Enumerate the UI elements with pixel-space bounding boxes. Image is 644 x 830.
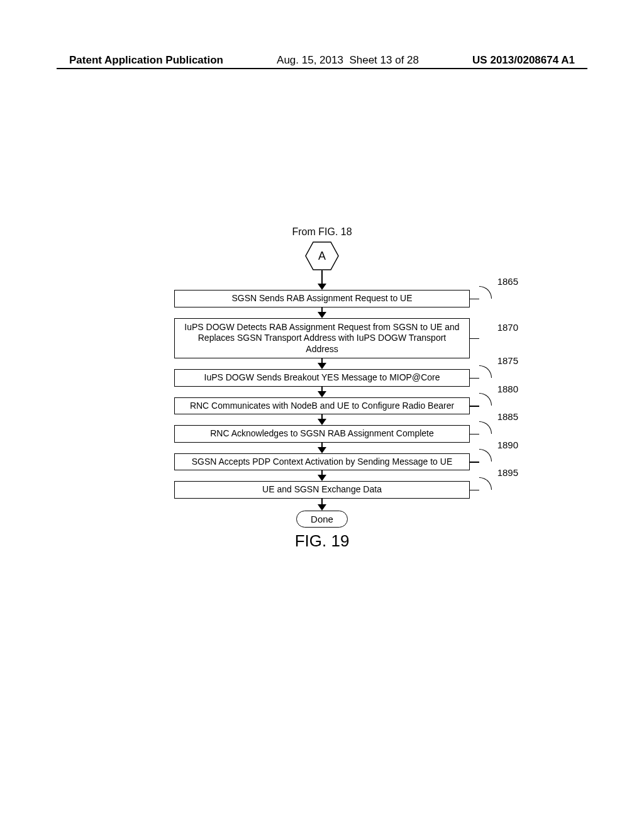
flow-step-1870: IuPS DOGW Detects RAB Assignment Request… <box>121 318 523 359</box>
figure-label: FIG. 19 <box>295 531 350 551</box>
flow-box: RNC Acknowledges to SGSN RAB Assignment … <box>174 425 470 443</box>
flow-box: SGSN Accepts PDP Context Activation by S… <box>174 453 470 471</box>
arrow <box>318 387 326 397</box>
header-publication-number: US 2013/0208674 A1 <box>472 54 575 67</box>
flowchart: From FIG. 18 A SGSN Sends RAB Assignment… <box>0 226 644 551</box>
ref-number: 1890 <box>497 440 518 450</box>
ref-number: 1875 <box>497 355 518 366</box>
header-publication-type: Patent Application Publication <box>69 54 223 67</box>
flow-box: IuPS DOGW Detects RAB Assignment Request… <box>174 318 470 359</box>
arrow <box>318 358 326 369</box>
flow-box: RNC Communicates with NodeB and UE to Co… <box>174 397 470 415</box>
header-date: Aug. 15, 2013 <box>277 54 343 66</box>
header-sheet: Sheet 13 of 28 <box>349 54 419 66</box>
ref-number: 1880 <box>497 384 518 394</box>
from-figure-label: From FIG. 18 <box>292 226 352 238</box>
arrow <box>318 270 326 290</box>
header-date-sheet: Aug. 15, 2013 Sheet 13 of 28 <box>277 54 419 67</box>
ref-number: 1895 <box>497 467 518 478</box>
arrow <box>318 470 326 481</box>
flow-step-1865: SGSN Sends RAB Assignment Request to UE … <box>121 290 523 307</box>
flow-step-1895: UE and SGSN Exchange Data 1895 <box>121 481 523 499</box>
arrow <box>318 307 326 318</box>
connector-letter: A <box>318 250 326 263</box>
arrow <box>318 443 326 453</box>
flow-step-1875: IuPS DOGW Sends Breakout YES Message to … <box>121 369 523 387</box>
header-rule <box>57 68 587 69</box>
flow-terminator: Done <box>296 511 348 528</box>
arrow <box>318 499 326 511</box>
flow-step-1890: SGSN Accepts PDP Context Activation by S… <box>121 453 523 471</box>
ref-number: 1865 <box>497 276 518 287</box>
flow-box: IuPS DOGW Sends Breakout YES Message to … <box>174 369 470 387</box>
flow-box: SGSN Sends RAB Assignment Request to UE <box>174 290 470 307</box>
arrow <box>318 414 326 425</box>
flow-step-1880: RNC Communicates with NodeB and UE to Co… <box>121 397 523 415</box>
ref-number: 1885 <box>497 411 518 422</box>
flow-step-1885: RNC Acknowledges to SGSN RAB Assignment … <box>121 425 523 443</box>
flow-box: UE and SGSN Exchange Data <box>174 481 470 499</box>
ref-number: 1870 <box>497 322 518 333</box>
off-page-connector: A <box>305 241 339 270</box>
page-header: Patent Application Publication Aug. 15, … <box>0 54 644 67</box>
